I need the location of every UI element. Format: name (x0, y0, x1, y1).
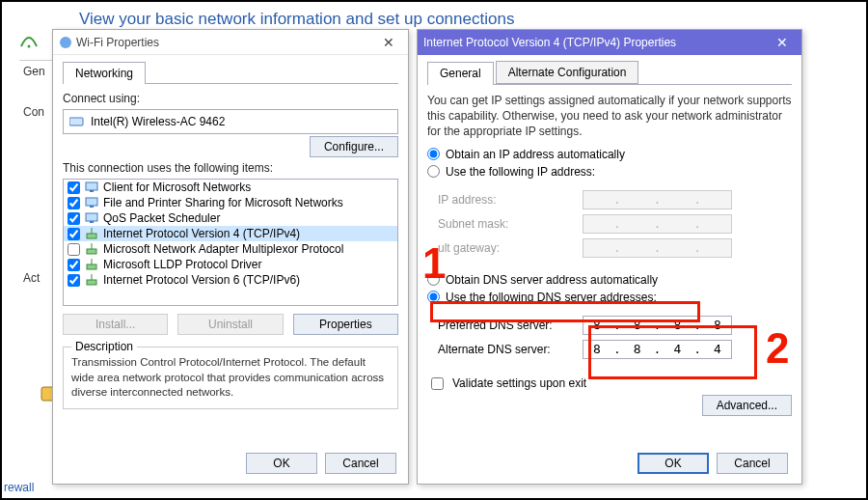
ipv4-tabstrip: General Alternate Configuration (427, 61, 792, 85)
svg-rect-14 (87, 264, 96, 269)
list-item[interactable]: Client for Microsoft Networks (64, 180, 397, 195)
svg-rect-10 (87, 234, 96, 238)
gateway-label: ult gateway: (438, 241, 583, 255)
radio-ip-auto-label: Obtain an IP address automatically (446, 148, 625, 161)
item-checkbox[interactable] (68, 274, 80, 287)
wifi-cancel-button[interactable]: Cancel (325, 453, 396, 474)
list-item[interactable]: Internet Protocol Version 6 (TCP/IPv6) (64, 272, 397, 288)
wifi-app-icon (59, 36, 72, 49)
validate-row[interactable]: Validate settings upon exit (427, 375, 792, 393)
ipv4-cancel-button[interactable]: Cancel (717, 453, 788, 474)
item-checkbox[interactable] (68, 228, 80, 240)
uninstall-button[interactable]: Uninstall (177, 314, 283, 335)
net-icon (84, 258, 99, 271)
tab-alternate[interactable]: Alternate Configuration (496, 61, 639, 84)
item-label: Internet Protocol Version 6 (TCP/IPv6) (103, 273, 300, 287)
radio-dns-manual-label: Use the following DNS server addresses: (446, 291, 657, 304)
radio-ip-manual[interactable]: Use the following IP address: (427, 165, 792, 179)
subnet-label: Subnet mask: (438, 217, 583, 231)
page-title: View your basic network information and … (79, 10, 514, 29)
monitor-icon (84, 181, 99, 194)
monitor-icon (84, 211, 99, 225)
wifi-title: Wi-Fi Properties (76, 36, 375, 49)
advanced-button[interactable]: Advanced... (702, 395, 792, 416)
wifi-ok-button[interactable]: OK (246, 453, 317, 474)
svg-rect-5 (90, 190, 94, 192)
adapter-icon (69, 115, 85, 128)
radio-ip-auto-input[interactable] (427, 148, 440, 160)
radio-dns-manual-input[interactable] (427, 291, 440, 303)
close-icon[interactable]: ✕ (375, 35, 402, 50)
description-text: Transmission Control Protocol/Internet P… (71, 355, 390, 401)
description-legend: Description (71, 340, 137, 353)
install-button[interactable]: Install... (63, 314, 168, 335)
item-label: Microsoft LLDP Protocol Driver (103, 258, 262, 271)
dns-manual-fields: Preferred DNS server: 8. 8. 8. 8 Alterna… (427, 308, 792, 365)
radio-ip-manual-input[interactable] (427, 165, 440, 178)
items-label: This connection uses the following items… (63, 161, 398, 175)
tab-networking[interactable]: Networking (63, 62, 146, 84)
wifi-signal-icon (19, 33, 39, 51)
configure-button[interactable]: Configure... (310, 136, 398, 157)
description-group: Description Transmission Control Protoco… (63, 347, 398, 409)
wifi-tabstrip: Networking (63, 61, 398, 84)
svg-point-0 (28, 45, 31, 48)
ip-address-label: IP address: (438, 193, 583, 207)
radio-dns-manual[interactable]: Use the following DNS server addresses: (427, 291, 792, 304)
list-item[interactable]: Microsoft LLDP Protocol Driver (64, 257, 397, 272)
radio-dns-auto[interactable]: Obtain DNS server address automatically (427, 273, 792, 287)
item-label: File and Printer Sharing for Microsoft N… (103, 196, 343, 209)
radio-ip-auto[interactable]: Obtain an IP address automatically (427, 148, 792, 161)
list-item[interactable]: Microsoft Network Adapter Multiplexor Pr… (64, 241, 397, 257)
svg-rect-9 (90, 221, 94, 223)
ip-address-input: ... (583, 190, 732, 209)
validate-checkbox[interactable] (431, 377, 444, 390)
item-label: Microsoft Network Adapter Multiplexor Pr… (103, 242, 343, 256)
svg-rect-4 (86, 182, 97, 190)
net-icon (84, 242, 99, 256)
close-icon[interactable]: ✕ (769, 35, 796, 50)
wifi-properties-dialog: Wi-Fi Properties ✕ Networking Connect us… (52, 29, 409, 485)
validate-label: Validate settings upon exit (452, 376, 586, 390)
adapter-name: Intel(R) Wireless-AC 9462 (91, 115, 225, 128)
alt-dns-label: Alternate DNS server: (438, 343, 583, 356)
radio-dns-auto-label: Obtain DNS server address automatically (446, 273, 658, 287)
list-item[interactable]: QoS Packet Scheduler (64, 210, 397, 226)
pref-dns-input[interactable]: 8. 8. 8. 8 (583, 316, 732, 335)
network-items-list[interactable]: Client for Microsoft NetworksFile and Pr… (63, 179, 398, 306)
monitor-icon (84, 196, 99, 209)
properties-button[interactable]: Properties (293, 314, 398, 335)
item-checkbox[interactable] (68, 259, 80, 271)
svg-rect-7 (90, 206, 94, 208)
svg-rect-8 (86, 213, 97, 221)
radio-ip-manual-label: Use the following IP address: (446, 165, 595, 179)
item-checkbox[interactable] (68, 197, 80, 209)
gateway-input: ... (583, 238, 732, 258)
svg-rect-16 (87, 280, 96, 285)
svg-rect-3 (69, 118, 83, 125)
wifi-titlebar: Wi-Fi Properties ✕ (53, 30, 408, 55)
ipv4-title: Internet Protocol Version 4 (TCP/IPv4) P… (423, 36, 769, 49)
radio-dns-auto-input[interactable] (427, 273, 440, 286)
net-icon (84, 273, 99, 287)
item-checkbox[interactable] (68, 212, 80, 225)
adapter-box: Intel(R) Wireless-AC 9462 (63, 109, 398, 134)
svg-point-2 (60, 37, 71, 48)
connect-using-label: Connect using: (63, 92, 398, 105)
item-checkbox[interactable] (68, 181, 80, 194)
alt-dns-input[interactable]: 8. 8. 4. 4 (583, 340, 732, 359)
ipv4-help-text: You can get IP settings assigned automat… (427, 93, 792, 140)
net-icon (84, 227, 99, 240)
item-label: Internet Protocol Version 4 (TCP/IPv4) (103, 227, 300, 240)
ipv4-properties-dialog: Internet Protocol Version 4 (TCP/IPv4) P… (417, 29, 802, 485)
svg-rect-6 (86, 198, 97, 206)
tab-general[interactable]: General (427, 62, 494, 85)
ipv4-titlebar: Internet Protocol Version 4 (TCP/IPv4) P… (418, 30, 801, 55)
list-item[interactable]: Internet Protocol Version 4 (TCP/IPv4) (64, 226, 397, 241)
item-label: Client for Microsoft Networks (103, 181, 251, 194)
ipv4-ok-button[interactable]: OK (637, 453, 709, 474)
firewall-link[interactable]: rewall (4, 481, 34, 494)
ip-manual-fields: IP address: ... Subnet mask: ... ult gat… (427, 182, 792, 264)
item-checkbox[interactable] (68, 243, 80, 256)
list-item[interactable]: File and Printer Sharing for Microsoft N… (64, 195, 397, 210)
